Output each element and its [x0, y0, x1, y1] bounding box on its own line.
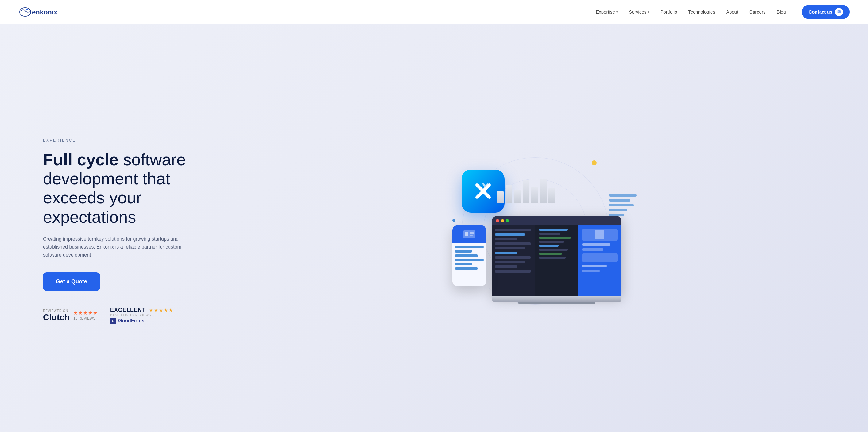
- goodfirms-logo: G GoodFirms: [110, 318, 174, 324]
- blue-dot: [453, 219, 456, 222]
- clutch-logo-text: Clutch: [43, 313, 70, 322]
- phone-body: [453, 243, 486, 286]
- reviewed-on-label: REVIEWED ON: [43, 309, 70, 313]
- reviews-area: REVIEWED ON Clutch ★★★★★ 16 REVIEWS EXCE…: [43, 307, 227, 324]
- float-line-5: [609, 214, 624, 216]
- bar-6: [540, 179, 547, 203]
- float-line-3: [609, 204, 633, 206]
- traffic-red: [496, 219, 499, 222]
- bar-4: [523, 180, 529, 203]
- laptop-right-panel: [578, 225, 621, 296]
- clutch-review: REVIEWED ON Clutch ★★★★★ 16 REVIEWS: [43, 309, 98, 322]
- code-main: [535, 225, 578, 296]
- get-quote-button[interactable]: Get a Quote: [43, 272, 100, 291]
- goodfirms-based-on: BASED ON 18 REVIEWS: [110, 313, 174, 317]
- svg-rect-6: [470, 235, 473, 236]
- svg-rect-4: [465, 232, 468, 236]
- goodfirms-block: EXCELLENT ★★★★★ BASED ON 18 REVIEWS G Go…: [110, 307, 174, 324]
- float-lines: [609, 194, 637, 216]
- ui-card-2: [582, 253, 618, 262]
- hero-illustration-area: [227, 151, 843, 311]
- mail-icon: ✉: [835, 8, 843, 16]
- float-line-2: [609, 199, 630, 202]
- traffic-green: [506, 219, 509, 222]
- nav-services[interactable]: Services ▾: [629, 9, 649, 15]
- laptop-screen-header: [492, 216, 621, 225]
- nav-expertise[interactable]: Expertise ▾: [596, 9, 618, 15]
- nav-technologies[interactable]: Technologies: [688, 9, 715, 15]
- bar-7: [549, 188, 555, 203]
- nav-careers[interactable]: Careers: [749, 9, 766, 15]
- expertise-chevron-icon: ▾: [616, 10, 618, 13]
- bar-chart: [497, 176, 555, 203]
- excellent-label: EXCELLENT: [110, 307, 146, 313]
- goodfirms-stars: ★★★★★: [149, 307, 174, 313]
- clutch-review-count: 16 REVIEWS: [73, 316, 98, 320]
- services-chevron-icon: ▾: [648, 10, 649, 13]
- nav-blog[interactable]: Blog: [777, 9, 786, 15]
- experience-label: EXPERIENCE: [43, 138, 227, 143]
- hero-title-bold: Full cycle: [43, 150, 119, 169]
- header: enkonix Expertise ▾ Services ▾ Portfolio…: [0, 0, 868, 24]
- main-nav: Expertise ▾ Services ▾ Portfolio Technol…: [596, 5, 849, 19]
- hero-illustration: [443, 151, 627, 311]
- logo[interactable]: enkonix: [19, 5, 67, 19]
- svg-text:enkonix: enkonix: [32, 8, 58, 16]
- nav-portfolio[interactable]: Portfolio: [660, 9, 677, 15]
- contact-us-button[interactable]: Contact us ✉: [802, 5, 849, 19]
- clutch-stars-area: ★★★★★ 16 REVIEWS: [73, 310, 98, 320]
- float-line-4: [609, 209, 627, 211]
- svg-point-1: [26, 9, 28, 10]
- clutch-stars: ★★★★★: [73, 310, 98, 316]
- svg-rect-5: [470, 232, 474, 234]
- code-sidebar: [492, 225, 535, 296]
- traffic-yellow: [501, 219, 504, 222]
- bar-2: [505, 185, 512, 203]
- goodfirms-name: GoodFirms: [118, 318, 144, 323]
- phone: [453, 225, 486, 286]
- float-line-1: [609, 194, 637, 197]
- bar-1: [497, 191, 504, 203]
- hero-section: EXPERIENCE Full cycle software developme…: [0, 24, 868, 432]
- ui-card-1: [582, 229, 618, 241]
- phone-header: [453, 225, 486, 243]
- bar-3: [514, 190, 521, 203]
- laptop: [492, 216, 621, 302]
- yellow-dot: [592, 161, 597, 165]
- laptop-base: [492, 296, 621, 302]
- goodfirms-icon: G: [110, 318, 116, 324]
- hero-content: EXPERIENCE Full cycle software developme…: [43, 138, 227, 324]
- laptop-screen: [492, 216, 621, 296]
- clutch-logo-block: REVIEWED ON Clutch: [43, 309, 70, 322]
- nav-about[interactable]: About: [726, 9, 738, 15]
- hero-description: Creating impressive turnkey solutions fo…: [43, 235, 196, 259]
- hero-title: Full cycle software development that exc…: [43, 150, 227, 226]
- goodfirms-review: EXCELLENT ★★★★★ BASED ON 18 REVIEWS G Go…: [110, 307, 174, 324]
- laptop-code-area: [492, 225, 621, 296]
- bar-5: [531, 186, 538, 203]
